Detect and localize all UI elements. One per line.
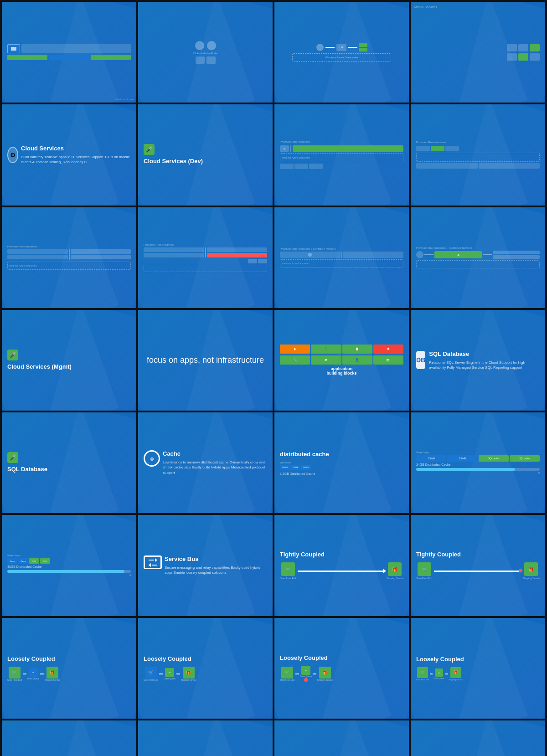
slide-cache[interactable]: ◎ Cache Low latency in memory distribute… [138, 412, 273, 513]
cloud-mgmt-title: Cloud Services (Mgmt) [7, 363, 72, 371]
sql-title: SQL Database [429, 350, 540, 358]
cache-progress [416, 468, 540, 471]
dist-cache-title: distributed cache [280, 451, 403, 458]
slide-tightly-coupled-1[interactable]: Tightly Coupled 🛒 Store Front End 🎁 Ship… [274, 515, 409, 616]
slide-diagram-3-4[interactable]: Provision Role Instances + Configure Net… [411, 207, 545, 308]
cloud-dev-title: Cloud Services (Dev) [144, 158, 203, 165]
slide-focus-apps[interactable]: focus on apps, not infrastructure [138, 310, 273, 411]
mic-icon: 🎤 [144, 144, 155, 155]
slide-cache-48gb[interactable]: Web Roles Cache Cache SQL SQL 48GB Distr… [2, 515, 136, 616]
cloud-services-title: Cloud Services [21, 145, 131, 153]
slide-tightly-coupled-2[interactable]: Tightly Coupled 🛒 Store Front End 🎁 Ship… [411, 515, 545, 616]
cloud-services-subtitle: Build infinitely scalable apps in IT Ser… [21, 154, 131, 165]
slide-dist-cache[interactable]: distributed cache Web Roles 100MB 100MB … [274, 412, 409, 513]
slide-diagram-3-3[interactable]: Provision Role Instances + Configure Net… [274, 207, 409, 308]
slide-diagram-3-2[interactable]: Provision Role Instances [138, 207, 273, 308]
slide-sql-database[interactable]: 🎤 SQL Database [2, 412, 136, 513]
slide-cloud-dev[interactable]: 🎤 Cloud Services (Dev) [138, 104, 273, 205]
mic-icon-mgmt: 🎤 [7, 350, 18, 360]
cache-title: Cache [163, 450, 267, 458]
slide-loosely-coupled-1[interactable]: Loosely Coupled 🛒 Store Front End ≡ Orde… [2, 618, 136, 719]
slide-cloud-mgmt[interactable]: 🎤 Cloud Services (Mgmt) [2, 310, 136, 411]
sql-db-title: SQL Database [7, 466, 47, 473]
slide-service-bus[interactable]: Service Bus Secure messaging and relay c… [138, 515, 273, 616]
service-bus-subtitle: Secure messaging and relay capabilities … [165, 565, 267, 575]
slide-bus-relay-diagram[interactable]: Windows Azure your application Service B… [274, 720, 409, 756]
sql-subtitle: Relational SQL Server Engine in the Clou… [429, 360, 540, 370]
slide-loosely-coupled-2[interactable]: Loosely Coupled 🛒 Store Front End ≡ Orde… [138, 618, 273, 719]
slide-cloud-services[interactable]: ⚙ Cloud Services Build infinitely scalab… [2, 104, 136, 205]
slide-mobile-partial[interactable]: Windows Azure [2, 2, 136, 103]
slide-diagram-3-1[interactable]: Provision Role Instances Windows Azure D… [2, 207, 136, 308]
slide-loosely-coupled-4[interactable]: Loosely Coupled 🛒 Store Front End ≡ Orde… [411, 618, 545, 719]
db-icon: DB [416, 351, 425, 369]
loosely-1-title: Loosely Coupled [7, 655, 131, 663]
slide-diagram-top3[interactable]: LB Windows Azure Datacenter [274, 2, 409, 103]
slide-diagram-2-3[interactable]: Provision Role Instances ⚙ Windows Azure… [274, 104, 409, 205]
loosely-2-title: Loosely Coupled [144, 655, 267, 663]
slide-service-bus-relay[interactable]: 🎤 Service Bus Relay [411, 720, 545, 756]
tightly-coupled-2-title: Tightly Coupled [416, 551, 540, 559]
slide-footer: Windows Azure [115, 98, 134, 101]
mic-icon-sql: 🎤 [7, 452, 18, 463]
loosely-3-title: Loosely Coupled [280, 654, 403, 662]
focus-apps-text: focus on apps, not infrastructure [147, 355, 264, 366]
slide-grid: Windows Azure Blob Node-by-Node LB [0, 0, 547, 756]
slide-diagram-2-4[interactable]: Provision Role Instances [411, 104, 545, 205]
slide-app-blocks[interactable]: ▶ 🎵 📋 ✖ 🔧 ⇄ 👤 🖼 applicationbuilding bloc… [274, 310, 409, 411]
cache-subtitle: Low latency in memory distributed cache … [163, 460, 267, 475]
slide-diagram-top2[interactable]: Blob Node-by-Node [138, 2, 273, 103]
cache48-progress [7, 570, 131, 573]
slide-sql-info[interactable]: DB SQL Database Relational SQL Server En… [411, 310, 545, 411]
slide-mobile-services-title[interactable]: Mobile Services [411, 2, 545, 103]
slide-loosely-coupled-3[interactable]: Loosely Coupled 🛒 Store Front End ≡ Orde… [274, 618, 409, 719]
slide-services-bus-queues[interactable]: 🎤 Services Bus Queues [138, 720, 273, 756]
loosely-4-title: Loosely Coupled [416, 656, 540, 663]
tightly-coupled-1-title: Tightly Coupled [280, 551, 403, 559]
slide-cache-24gb[interactable]: Web Roles 200MB 200MB SQLcache SQLcache … [411, 412, 545, 513]
service-bus-title: Service Bus [165, 555, 267, 563]
slide-bus-queues-diagram[interactable]: Windows Azure ☁ Queue [2, 720, 136, 756]
